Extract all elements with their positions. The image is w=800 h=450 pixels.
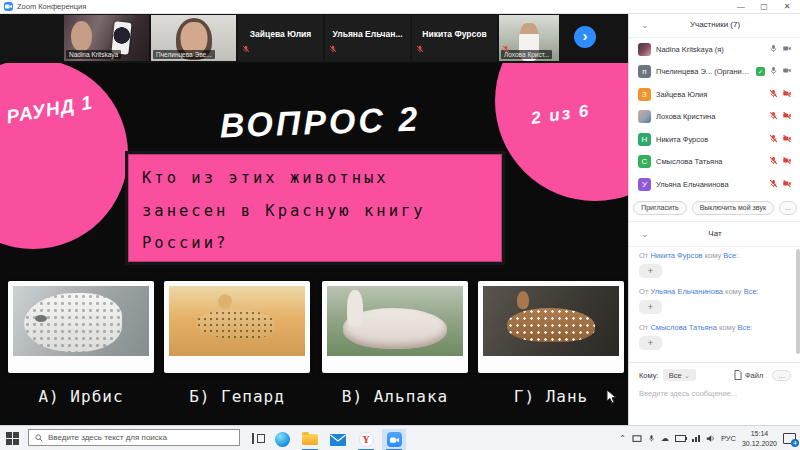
notification-badge: 4 <box>791 439 799 447</box>
participants-more-button[interactable]: ... <box>779 201 797 215</box>
minimize-button[interactable]: — <box>730 0 752 13</box>
language-indicator[interactable]: РУС <box>721 434 736 443</box>
question-text: Кто из этих животных занесен в Красную к… <box>142 162 488 260</box>
taskbar-clock[interactable]: 15:14 30.12.2020 <box>742 429 777 447</box>
search-icon <box>35 434 43 442</box>
mic-muted-icon <box>329 39 337 57</box>
battery-icon[interactable] <box>675 435 686 442</box>
action-center-icon[interactable]: 4 <box>783 433 796 444</box>
mic-status-icon <box>769 134 778 145</box>
tray-mic-icon[interactable] <box>648 434 655 443</box>
camera-status-icon <box>782 89 792 100</box>
participant-name: Пчелинцева Э... (Организатор) <box>656 67 751 76</box>
chat-sender[interactable]: Ульяна Ельчанинова <box>650 287 725 296</box>
chat-from-label: От <box>639 323 648 332</box>
video-tile[interactable]: Никита Фурсов <box>412 15 497 61</box>
mic-status-icon <box>769 179 778 190</box>
animal-photo <box>483 286 619 356</box>
video-tile-name: Никита Фурсов <box>412 29 497 39</box>
file-label: Файл <box>745 371 763 380</box>
yandex-browser-icon[interactable]: Y <box>354 429 378 450</box>
onedrive-cloud-icon[interactable]: ☁ <box>661 434 669 443</box>
close-button[interactable]: ✕ <box>776 0 798 13</box>
hidden-icons-chevron[interactable]: ⌃ <box>619 434 626 443</box>
chat-to-label: кому <box>719 323 736 332</box>
progress-label: 2 из 6 <box>530 101 592 129</box>
chat-recipient[interactable]: Все: <box>723 251 738 260</box>
participant-row[interactable]: С Смыслова Татьяна <box>629 151 800 174</box>
answer-label: Б) Гепард <box>164 387 310 406</box>
video-tile[interactable]: Зайцева Юлия <box>238 15 323 61</box>
chat-recipient[interactable]: Все: <box>738 323 753 332</box>
avatar <box>638 43 651 56</box>
participant-name: Nadina Kritskaya (я) <box>656 45 764 54</box>
system-tray: ⌃ ☁ РУС 15:14 30.12.2020 4 <box>619 426 800 450</box>
window-titlebar: Zoom Конференция — ▢ ✕ <box>0 0 800 14</box>
mic-status-icon <box>769 44 778 55</box>
start-button[interactable] <box>6 432 19 445</box>
task-view-button[interactable] <box>252 433 263 444</box>
question-box: Кто из этих животных занесен в Красную к… <box>125 151 505 265</box>
answer-label: В) Альпака <box>322 387 468 406</box>
maximize-button[interactable]: ▢ <box>753 0 775 13</box>
chat-input[interactable]: Введите здесь сообщение... <box>639 389 791 398</box>
video-tile-name: Nadina Kritskaya <box>66 50 121 59</box>
mute-me-button[interactable]: Выключить мой звук <box>692 201 774 215</box>
participant-row[interactable]: п Пчелинцева Э... (Организатор) ✓ <box>629 61 800 84</box>
answer-photo-card <box>478 281 624 373</box>
camera-status-icon <box>782 44 792 55</box>
video-tile[interactable]: Ульяна Ельчан... <box>325 15 410 61</box>
mic-muted-icon <box>502 39 510 57</box>
chat-message-body: + <box>639 264 662 278</box>
mic-status-icon <box>769 111 778 122</box>
mic-status-icon <box>769 66 778 77</box>
video-tile[interactable]: Лохова Крист... <box>499 15 559 61</box>
chat-more-button[interactable]: ... <box>772 370 791 381</box>
avatar <box>638 110 651 123</box>
animal-photo <box>327 286 463 356</box>
display-icon[interactable] <box>632 435 642 443</box>
file-explorer-icon[interactable] <box>298 429 322 450</box>
invite-button[interactable]: Пригласить <box>633 201 686 215</box>
participant-row[interactable]: З Зайцева Юлия <box>629 83 800 106</box>
chat-header: ⌄ Чат <box>629 222 800 247</box>
window-title: Zoom Конференция <box>17 2 86 11</box>
send-to-dropdown[interactable]: Все ⌄ <box>663 369 696 381</box>
video-tile[interactable]: Nadina Kritskaya <box>64 15 149 61</box>
next-participants-arrow[interactable]: › <box>574 26 596 48</box>
camera-status-icon <box>782 156 792 167</box>
clock-time: 15:14 <box>742 429 777 438</box>
chat-sender[interactable]: Никита Фурсов <box>650 251 704 260</box>
answer-photo-card <box>8 281 154 373</box>
zoom-logo-icon <box>4 2 13 11</box>
video-tile[interactable]: Пчелинцева Эве... <box>151 15 236 61</box>
answer-photo-card <box>164 281 310 373</box>
chat-compose-area: Кому: Все ⌄ Файл ... Введите здесь сообщ… <box>629 362 800 425</box>
participant-row[interactable]: Н Никита Фурсов <box>629 128 800 151</box>
collapse-chat-icon[interactable]: ⌄ <box>641 222 649 246</box>
send-to-value: Все <box>669 371 682 380</box>
participant-row[interactable]: Лохова Кристина <box>629 106 800 129</box>
volume-icon[interactable] <box>706 434 715 443</box>
participant-row[interactable]: Nadina Kritskaya (я) <box>629 38 800 61</box>
attach-file-button[interactable]: Файл <box>734 370 763 380</box>
participant-name: Ульяна Ельчанинова <box>656 180 764 189</box>
zoom-side-panel: ⌄ Участники (7) Nadina Kritskaya (я) п П… <box>628 13 800 425</box>
edge-browser-icon[interactable] <box>270 429 294 450</box>
participant-name: Никита Фурсов <box>656 135 764 144</box>
clock-date: 30.12.2020 <box>742 439 777 448</box>
chat-sender[interactable]: Смыслова Татьяна <box>650 323 719 332</box>
chat-message: От Ульяна Ельчанинова кому Все: + <box>639 287 791 314</box>
network-icon[interactable] <box>692 435 700 442</box>
collapse-participants-icon[interactable]: ⌄ <box>641 13 649 37</box>
mail-app-icon[interactable] <box>326 429 350 450</box>
chat-message-body: + <box>639 336 662 350</box>
chat-recipient[interactable]: Все: <box>744 287 759 296</box>
chat-scrollbar[interactable] <box>796 249 800 354</box>
round-circle: РАУНД 1 <box>0 59 128 249</box>
answer-label: А) Ирбис <box>8 387 154 406</box>
taskbar-search[interactable]: Введите здесь текст для поиска <box>28 429 240 446</box>
participant-row[interactable]: У Ульяна Ельчанинова <box>629 173 800 196</box>
zoom-taskbar-icon[interactable] <box>382 429 406 450</box>
animal-photo <box>169 286 305 356</box>
